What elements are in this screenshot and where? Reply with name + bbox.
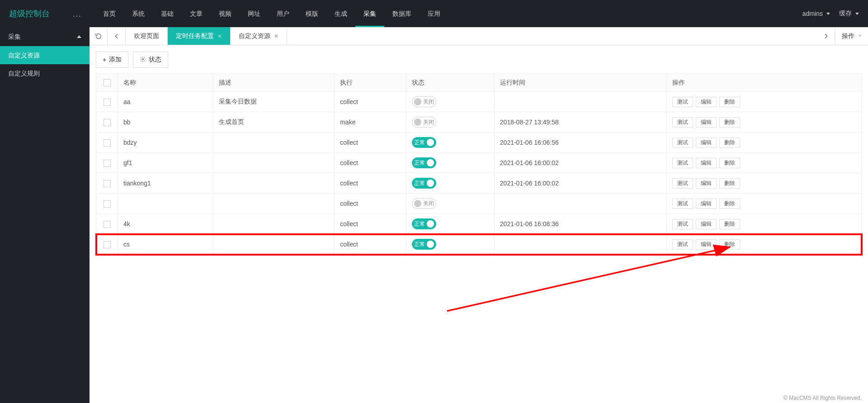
topnav-item[interactable]: 用户 (269, 0, 297, 27)
row-checkbox[interactable] (104, 221, 111, 228)
delete-button[interactable]: 删除 (719, 219, 740, 229)
tabbar: 欢迎页面定时任务配置✕自定义资源✕ 操作 (90, 27, 868, 45)
topnav-item[interactable]: 视频 (211, 0, 240, 27)
table-row: cscollect正常测试编辑删除 (96, 234, 862, 255)
row-checkbox[interactable] (104, 99, 111, 106)
delete-button[interactable]: 删除 (719, 117, 740, 128)
cell-actions: 测试编辑删除 (667, 112, 862, 133)
delete-button[interactable]: 删除 (719, 199, 740, 209)
row-checkbox[interactable] (104, 119, 111, 126)
topnav-item[interactable]: 网址 (240, 0, 269, 27)
edit-button[interactable]: 编辑 (696, 117, 717, 128)
cell-runtime (494, 194, 666, 214)
cell-runtime: 2021-01-06 16:00:02 (494, 153, 666, 173)
table-header: 名称 (118, 74, 213, 92)
tab-next-button[interactable] (817, 33, 835, 40)
test-button[interactable]: 测试 (672, 239, 693, 250)
delete-button[interactable]: 删除 (719, 239, 740, 250)
test-button[interactable]: 测试 (672, 219, 693, 229)
delete-button[interactable]: 删除 (719, 137, 740, 148)
topnav-item[interactable]: 系统 (124, 0, 153, 27)
cell-exec: make (335, 112, 406, 133)
test-button[interactable]: 测试 (672, 137, 693, 148)
logo: 超级控制台 (9, 8, 50, 19)
topnav-item[interactable]: 基础 (153, 0, 182, 27)
delete-button[interactable]: 删除 (719, 158, 740, 168)
tab-ops-menu[interactable]: 操作 (835, 27, 868, 45)
edit-button[interactable]: 编辑 (696, 219, 717, 229)
status-button[interactable]: 状态 (133, 52, 168, 68)
status-switch[interactable]: 正常 (412, 137, 436, 148)
row-checkbox[interactable] (104, 200, 111, 208)
tab[interactable]: 定时任务配置✕ (168, 27, 231, 45)
more-icon[interactable]: … (72, 9, 81, 19)
user-menu[interactable]: admins (802, 10, 830, 17)
tab[interactable]: 欢迎页面 (126, 27, 168, 45)
sidebar-item[interactable]: 自定义规则 (0, 64, 90, 82)
topnav-item[interactable]: 数据库 (384, 0, 420, 27)
delete-button[interactable]: 删除 (719, 97, 740, 107)
test-button[interactable]: 测试 (672, 117, 693, 128)
topnav-item[interactable]: 生成 (326, 0, 355, 27)
edit-button[interactable]: 编辑 (696, 199, 717, 209)
topnav-item[interactable]: 采集 (355, 0, 384, 27)
sidebar-item[interactable]: 自定义资源 (0, 46, 90, 64)
cell-desc (213, 234, 334, 255)
edit-button[interactable]: 编辑 (696, 137, 717, 148)
edit-button[interactable]: 编辑 (696, 178, 717, 189)
row-checkbox[interactable] (104, 160, 111, 167)
cell-name: 4k (118, 214, 213, 234)
add-button[interactable]: + 添加 (96, 52, 128, 68)
cache-menu[interactable]: 缓存 (839, 9, 859, 18)
topnav: 首页系统基础文章视频网址用户模版生成采集数据库应用 (95, 0, 802, 27)
tab[interactable]: 自定义资源✕ (231, 27, 287, 45)
cell-name: gf1 (118, 153, 213, 173)
cell-runtime: 2021-01-06 16:08:36 (494, 214, 666, 234)
checkbox-all[interactable] (104, 79, 111, 86)
topnav-item[interactable]: 文章 (182, 0, 211, 27)
topbar: 超级控制台 … 首页系统基础文章视频网址用户模版生成采集数据库应用 admins… (0, 0, 868, 27)
close-icon[interactable]: ✕ (274, 33, 278, 39)
tab-label: 定时任务配置 (176, 32, 214, 40)
edit-button[interactable]: 编辑 (696, 97, 717, 107)
delete-button[interactable]: 删除 (719, 178, 740, 189)
test-button[interactable]: 测试 (672, 97, 693, 107)
cell-desc: 采集今日数据 (213, 92, 334, 112)
gear-icon (140, 56, 146, 64)
cell-exec: collect (335, 214, 406, 234)
status-switch[interactable]: 正常 (412, 178, 436, 189)
cell-status: 正常 (406, 133, 494, 153)
cell-actions: 测试编辑删除 (667, 92, 862, 112)
cell-runtime: 2018-08-27 13:49:58 (494, 112, 666, 133)
status-switch[interactable]: 关闭 (412, 198, 436, 209)
refresh-button[interactable] (90, 27, 108, 45)
toolbar: + 添加 状态 (96, 52, 862, 68)
test-button[interactable]: 测试 (672, 178, 693, 189)
cell-actions: 测试编辑删除 (667, 133, 862, 153)
edit-button[interactable]: 编辑 (696, 158, 717, 168)
topnav-item[interactable]: 模版 (297, 0, 326, 27)
status-switch[interactable]: 正常 (412, 157, 436, 168)
cell-actions: 测试编辑删除 (667, 153, 862, 173)
close-icon[interactable]: ✕ (217, 33, 222, 39)
sidebar-section-title[interactable]: 采集 (0, 27, 90, 46)
topnav-item[interactable]: 应用 (420, 0, 448, 27)
status-switch[interactable]: 正常 (412, 218, 436, 229)
topnav-item[interactable]: 首页 (95, 0, 124, 27)
tab-prev-button[interactable] (108, 27, 126, 45)
test-button[interactable]: 测试 (672, 158, 693, 168)
cell-status: 正常 (406, 234, 494, 255)
task-table: 名称描述执行状态运行时间操作 aa采集今日数据collect关闭测试编辑删除bb… (96, 73, 862, 255)
edit-button[interactable]: 编辑 (696, 239, 717, 250)
row-checkbox[interactable] (104, 139, 111, 147)
cell-desc (213, 194, 334, 214)
status-switch[interactable]: 关闭 (412, 96, 436, 107)
status-switch[interactable]: 正常 (412, 239, 436, 250)
test-button[interactable]: 测试 (672, 199, 693, 209)
chevron-up-icon (77, 35, 81, 38)
status-switch[interactable]: 关闭 (412, 117, 436, 128)
cell-name (118, 194, 213, 214)
row-checkbox[interactable] (104, 241, 111, 248)
row-checkbox[interactable] (104, 180, 111, 187)
cell-exec: collect (335, 92, 406, 112)
